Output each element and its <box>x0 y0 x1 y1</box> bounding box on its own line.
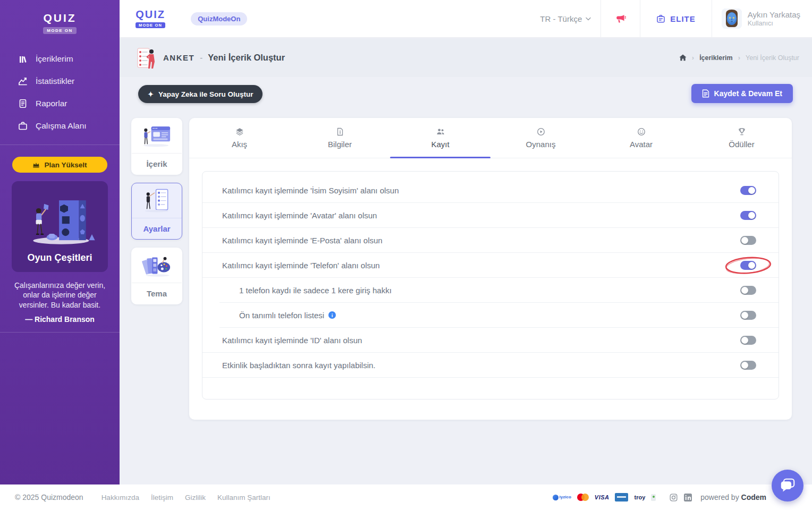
breadcrumb: › İçeriklerim › Yeni İçerik Oluştur <box>679 54 799 62</box>
powered-by-brand: Codem <box>741 493 766 502</box>
powered-by: powered by Codem <box>700 493 766 502</box>
save-icon <box>702 89 709 98</box>
setting-label: Katılımcı kayıt işleminde 'ID' alanı ols… <box>222 336 362 345</box>
step-card-icerik[interactable]: İçerik <box>131 118 182 175</box>
header-logo[interactable]: QUIZ MODE ON <box>136 9 165 29</box>
footer-link-iletisim[interactable]: İletişim <box>151 494 173 502</box>
quote-block: Çalışanlarınıza değer verin, onlar da iş… <box>0 272 120 324</box>
ai-create-question-button[interactable]: ✦ Yapay Zeka ile Soru Oluştur <box>138 85 263 103</box>
toggle-id[interactable] <box>740 336 756 345</box>
plan-badge-label: ELITE <box>670 14 696 23</box>
step-label: Tema <box>132 283 182 304</box>
breadcrumb-link-iceriklerim[interactable]: İçeriklerim <box>699 54 733 62</box>
settings-step-illustration <box>132 183 182 218</box>
iyzico-logo: iyzico <box>553 495 571 500</box>
toggle-gec-kayit[interactable] <box>740 361 756 370</box>
chat-widget-button[interactable] <box>772 470 803 502</box>
footer-link-hakkimizda[interactable]: Hakkımızda <box>102 494 139 502</box>
smiley-icon <box>637 128 646 136</box>
avatar <box>722 8 742 29</box>
setting-label: Etkinlik başladıktan sonra kayıt yapılab… <box>222 361 375 370</box>
step-card-tema[interactable]: Tema <box>131 248 182 304</box>
info-icon[interactable]: i <box>328 311 336 319</box>
layers-icon <box>235 128 244 136</box>
setting-label-text: Ön tanımlı telefon listesi <box>239 311 324 320</box>
step-card-ayarlar[interactable]: Ayarlar <box>131 183 182 240</box>
linkedin-icon[interactable] <box>684 494 692 502</box>
announcements-button[interactable] <box>601 14 640 24</box>
setting-label: Ön tanımlı telefon listesi i <box>239 311 336 320</box>
sidebar-item-raporlar[interactable]: Raporlar <box>0 92 120 115</box>
sidebar-item-iceriklerim[interactable]: İçeriklerim <box>0 48 120 70</box>
step-label: İçerik <box>132 154 182 174</box>
footer-link-kullanim[interactable]: Kullanım Şartları <box>217 494 270 502</box>
sidebar: QUIZ MODE ON İçeriklerim İstatistikler R… <box>0 0 120 484</box>
game-types-illustration <box>20 186 100 248</box>
tab-oynanis[interactable]: Oynanış <box>490 118 591 158</box>
chat-icon <box>780 478 796 493</box>
troy-logo: troy <box>634 494 645 500</box>
toggle-eposta[interactable] <box>740 236 756 245</box>
separator: - <box>200 53 202 62</box>
promo-card[interactable]: Oyun Çeşitleri <box>12 181 108 272</box>
plan-badge[interactable]: ELITE <box>640 14 712 23</box>
setting-label: Katılımcı kayıt işleminde 'Telefon' alan… <box>222 261 380 270</box>
toggle-isim-soyisim[interactable] <box>740 186 756 195</box>
content-step-illustration <box>132 118 182 154</box>
toggle-tek-giris[interactable] <box>740 286 756 295</box>
chevron-down-icon <box>586 17 591 21</box>
sidebar-item-istatistikler[interactable]: İstatistikler <box>0 70 120 92</box>
payment-logos: iyzico VISA troy <box>553 493 656 502</box>
toggle-avatar[interactable] <box>740 211 756 220</box>
sidebar-logo[interactable]: QUIZ MODE ON <box>0 0 120 34</box>
quote-text: Çalışanlarınıza değer verin, onlar da iş… <box>10 280 110 310</box>
library-icon <box>18 54 28 64</box>
setting-row-eposta: Katılımcı kayıt işleminde 'E-Posta' alan… <box>202 228 779 253</box>
toggle-telefon-listesi[interactable] <box>740 311 756 320</box>
registration-settings-list: Katılımcı kayıt işleminde 'İsim Soyisim'… <box>202 171 779 400</box>
trophy-icon <box>738 128 746 136</box>
sidebar-item-label: İçeriklerim <box>36 54 73 64</box>
amex-logo <box>615 493 628 502</box>
topbar-right: TR - Türkçe ELITE Aykın Yarkataş Kullanı… <box>530 0 812 37</box>
sparkle-icon: ✦ <box>148 90 154 98</box>
megaphone-icon <box>615 14 626 24</box>
tab-avatar[interactable]: Avatar <box>591 118 691 158</box>
step-label: Ayarlar <box>132 218 182 239</box>
instagram-icon[interactable] <box>670 494 678 502</box>
upgrade-plan-button[interactable]: Plan Yükselt <box>12 157 107 173</box>
copyright: © 2025 Quizmodeon <box>15 493 83 502</box>
home-icon[interactable] <box>679 54 687 61</box>
save-continue-button[interactable]: Kaydet & Devam Et <box>691 84 793 103</box>
tab-akis[interactable]: Akış <box>189 118 290 158</box>
chevron-right-icon: › <box>738 54 740 62</box>
user-name: Aykın Yarkataş <box>748 10 800 20</box>
tab-kayit[interactable]: Kayıt <box>390 118 490 158</box>
sidebar-item-calisma-alani[interactable]: Çalışma Alanı <box>0 115 120 137</box>
promo-card-title: Oyun Çeşitleri <box>16 252 104 264</box>
quote-author: — Richard Branson <box>10 315 110 324</box>
tab-label: Bilgiler <box>328 140 352 149</box>
user-menu[interactable]: Aykın Yarkataş Kullanıcı <box>712 8 812 29</box>
visa-logo: VISA <box>595 494 610 500</box>
mastercard-logo <box>577 494 589 501</box>
language-label: TR - Türkçe <box>540 14 582 23</box>
top-bar: QUIZ MODE ON QuizModeOn TR - Türkçe ELIT… <box>120 0 812 38</box>
sidebar-item-label: İstatistikler <box>36 76 74 86</box>
settings-panel: Akış Bilgiler Kayıt Oynanış Avatar Ödüll… <box>189 118 792 420</box>
upgrade-plan-label: Plan Yükselt <box>44 161 87 169</box>
tab-bilgiler[interactable]: Bilgiler <box>290 118 390 158</box>
id-badge-icon <box>656 14 665 23</box>
logo-text: QUIZ <box>43 12 76 24</box>
chart-icon <box>18 76 28 87</box>
toggle-telefon[interactable] <box>740 261 756 270</box>
settings-tabs: Akış Bilgiler Kayıt Oynanış Avatar Ödüll… <box>189 118 792 158</box>
tab-oduller[interactable]: Ödüller <box>691 118 792 158</box>
footer-link-gizlilik[interactable]: Gizlilik <box>185 494 206 502</box>
tab-label: Akış <box>232 140 247 149</box>
ai-button-label: Yapay Zeka ile Soru Oluştur <box>158 90 253 98</box>
workspace-badge[interactable]: QuizModeOn <box>191 12 247 26</box>
setting-label: 1 telefon kaydı ile sadece 1 kere giriş … <box>239 286 392 295</box>
social-icons <box>670 494 692 502</box>
language-selector[interactable]: TR - Türkçe <box>530 14 600 23</box>
